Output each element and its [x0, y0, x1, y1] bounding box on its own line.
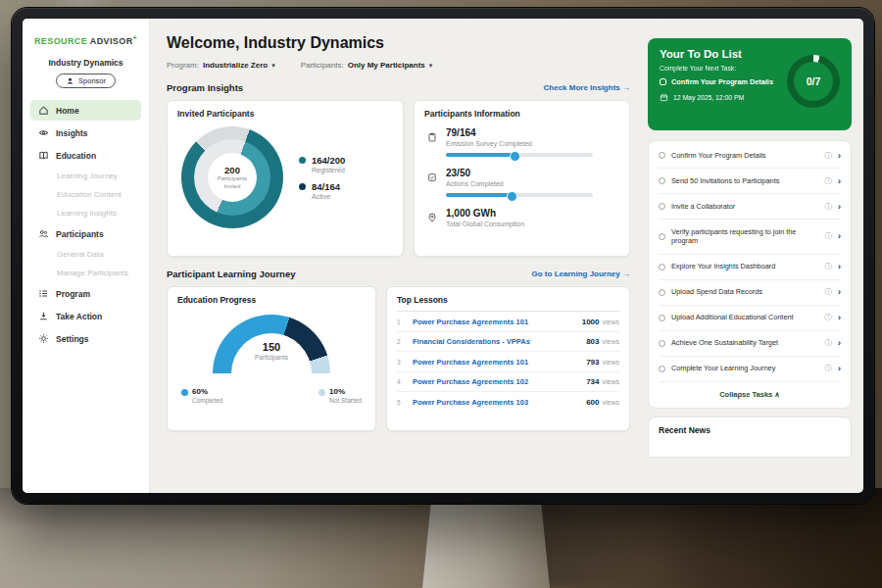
filter-bar: Program: Industrialize Zero ▾ Participan…	[167, 61, 630, 70]
lesson-views-label: views	[602, 318, 619, 325]
sidebar-item-take-action[interactable]: Take Action	[30, 306, 141, 326]
lesson-views-label: views	[602, 378, 619, 385]
todo-panel: Your To Do List Complete Your Next Task:…	[646, 19, 863, 493]
lesson-title-link[interactable]: Power Purchase Agreements 101	[413, 358, 578, 367]
main-content: Welcome, Industry Dynamics Program: Indu…	[150, 19, 646, 493]
task-row-achieve-sustainability-target[interactable]: Achieve One Sustainability Target ⓘ ›	[659, 331, 841, 357]
sidebar: RESOURCE ADVISOR+ Industry Dynamics Spon…	[23, 19, 150, 493]
chevron-up-icon: ∧	[774, 390, 780, 399]
task-row-invite-collaborator[interactable]: Invite a Collaborator ⓘ ›	[659, 194, 841, 220]
info-icon[interactable]: ⓘ	[825, 313, 833, 322]
checkbox-icon[interactable]	[659, 315, 665, 321]
check-more-insights-link[interactable]: Check More Insights →	[544, 83, 630, 92]
checkbox-icon[interactable]	[659, 152, 665, 159]
location-pin-icon	[426, 210, 438, 221]
chevron-right-icon[interactable]: ›	[838, 313, 841, 322]
list-icon	[38, 288, 49, 299]
gauge-center-value: 150	[213, 341, 330, 353]
sidebar-item-learning-journey[interactable]: Learning Journey	[30, 168, 141, 184]
task-label: Confirm Your Program Details	[671, 151, 819, 161]
sidebar-item-program[interactable]: Program	[30, 283, 141, 304]
sidebar-item-label: Take Action	[56, 312, 102, 321]
program-insights-header: Program Insights Check More Insights →	[167, 82, 630, 93]
checkbox-icon[interactable]	[659, 233, 665, 240]
info-icon[interactable]: ⓘ	[825, 338, 833, 348]
task-label: Complete Your Learning Journey	[671, 364, 819, 373]
task-label: Send 50 Invitations to Participants	[671, 176, 819, 186]
task-label: Upload Additional Educational Content	[671, 313, 819, 322]
sidebar-item-insights[interactable]: Insights	[30, 122, 141, 143]
home-icon	[38, 105, 49, 116]
sponsor-label: Sponsor	[78, 76, 106, 85]
checkbox-icon[interactable]	[659, 366, 665, 372]
chevron-right-icon[interactable]: ›	[838, 338, 841, 348]
recent-news-card: Recent News	[648, 416, 852, 458]
sidebar-item-label: General Data	[57, 250, 104, 259]
checkbox-icon[interactable]	[660, 78, 666, 85]
lesson-title-link[interactable]: Power Purchase Agreements 103	[413, 398, 578, 407]
lesson-views-label: views	[602, 359, 619, 366]
stat-value: 79/164	[446, 127, 593, 138]
info-icon[interactable]: ⓘ	[825, 176, 833, 186]
collapse-tasks-link[interactable]: Collapse Tasks ∧	[659, 382, 841, 408]
task-row-explore-insights[interactable]: Explore Your Insights Dashboard ⓘ ›	[659, 255, 841, 280]
program-filter-dropdown[interactable]: Program: Industrialize Zero ▾	[167, 61, 275, 70]
education-gauge-chart: 150 Participants	[213, 315, 330, 375]
task-row-send-invitations[interactable]: Send 50 Invitations to Participants ⓘ ›	[659, 169, 841, 194]
collapse-label: Collapse Tasks	[719, 390, 772, 399]
lesson-views: 1000	[582, 318, 600, 326]
legend-dot	[181, 389, 188, 396]
task-row-complete-learning-journey[interactable]: Complete Your Learning Journey ⓘ ›	[659, 357, 841, 382]
task-row-upload-educational-content[interactable]: Upload Additional Educational Content ⓘ …	[659, 306, 841, 331]
stat-label: Total Global Consumption	[446, 220, 524, 227]
task-row-verify-participants[interactable]: Verify participants requesting to join t…	[659, 220, 841, 255]
legend-value: 164/200	[312, 155, 345, 166]
participants-filter-dropdown[interactable]: Participants: Only My Participants ▾	[301, 61, 433, 70]
info-icon[interactable]: ⓘ	[825, 202, 833, 212]
stat-label: Actions Completed	[446, 180, 593, 187]
legend-dot	[299, 157, 306, 164]
chevron-right-icon[interactable]: ›	[838, 231, 841, 241]
legend-value: 10%	[329, 387, 362, 396]
chevron-right-icon[interactable]: ›	[838, 202, 841, 212]
chevron-right-icon[interactable]: ›	[838, 176, 841, 186]
go-to-learning-journey-link[interactable]: Go to Learning Journey →	[532, 270, 630, 278]
info-icon[interactable]: ⓘ	[825, 287, 833, 297]
lesson-row: 4 Power Purchase Agreements 102 734views	[397, 372, 619, 393]
lesson-title-link[interactable]: Financial Considerations - VPPAs	[413, 337, 578, 346]
sidebar-item-manage-participants[interactable]: Manage Participants	[30, 265, 141, 281]
sidebar-item-settings[interactable]: Settings	[30, 328, 141, 349]
chevron-down-icon: ▾	[271, 62, 275, 70]
logo-part2: ADVISOR	[90, 36, 133, 46]
chevron-right-icon[interactable]: ›	[838, 287, 841, 297]
info-icon[interactable]: ⓘ	[825, 231, 833, 241]
sidebar-item-learning-insights[interactable]: Learning Insights	[30, 205, 141, 221]
sidebar-item-education[interactable]: Education	[30, 145, 141, 166]
sidebar-item-home[interactable]: Home	[30, 100, 141, 121]
sidebar-item-label: Home	[56, 106, 79, 116]
card-title: Education Progress	[177, 295, 366, 305]
sidebar-item-education-content[interactable]: Education Content	[30, 186, 141, 203]
lesson-title-link[interactable]: Power Purchase Agreements 101	[413, 318, 574, 326]
logo-plus: +	[133, 34, 138, 41]
info-icon[interactable]: ⓘ	[825, 364, 833, 373]
checkbox-icon[interactable]	[659, 264, 665, 270]
chevron-right-icon[interactable]: ›	[838, 262, 841, 271]
task-row-confirm-program[interactable]: Confirm Your Program Details ⓘ ›	[659, 143, 841, 169]
chevron-right-icon[interactable]: ›	[838, 151, 841, 161]
task-label: Upload Spend Data Records	[671, 287, 819, 297]
insights-icon	[38, 127, 49, 138]
checkbox-icon[interactable]	[659, 289, 665, 296]
checkbox-icon[interactable]	[659, 340, 665, 347]
info-icon[interactable]: ⓘ	[825, 262, 833, 271]
checkbox-icon[interactable]	[659, 177, 665, 184]
info-icon[interactable]: ⓘ	[825, 151, 833, 161]
clipboard-icon	[426, 129, 438, 141]
people-icon	[38, 228, 49, 239]
task-row-upload-spend-data[interactable]: Upload Spend Data Records ⓘ ›	[659, 280, 841, 306]
sidebar-item-general-data[interactable]: General Data	[30, 246, 141, 263]
sidebar-item-participants[interactable]: Participants	[30, 223, 141, 244]
chevron-right-icon[interactable]: ›	[838, 364, 841, 373]
lesson-title-link[interactable]: Power Purchase Agreements 102	[413, 377, 578, 386]
checkbox-icon[interactable]	[659, 203, 665, 210]
